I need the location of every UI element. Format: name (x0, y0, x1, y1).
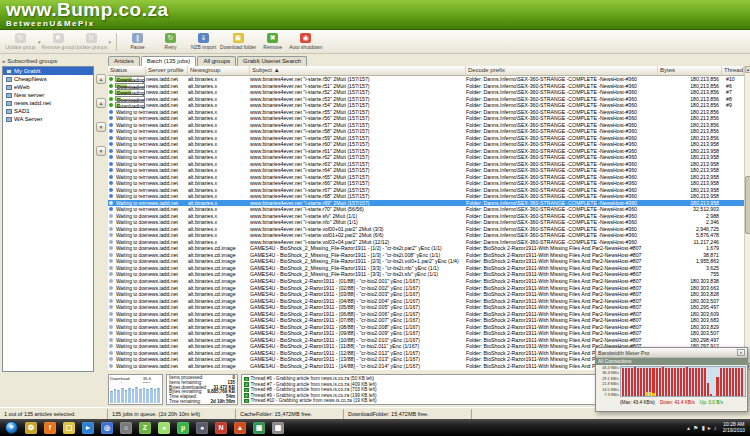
auto-shutdown-button[interactable]: ◉ Auto shutdown (289, 31, 322, 53)
column-header[interactable]: Thread (722, 66, 744, 75)
bandwidth-bar (631, 368, 633, 396)
status-icon (109, 168, 113, 172)
bandwidth-meter-titlebar[interactable]: Bandwidth Meter Pro ✕ (596, 348, 747, 358)
bandwidth-bar (729, 368, 731, 396)
dropdown-arrow-icon[interactable]: ▾ (38, 39, 41, 45)
status-text: Waiting to retry (115, 149, 146, 154)
shopping-cart-icon[interactable]: ⌂ (120, 422, 132, 434)
move-to-bottom-button[interactable]: ▼ (96, 146, 106, 156)
tab[interactable]: Articles (108, 56, 140, 66)
sphere-icon[interactable]: ● (196, 422, 208, 434)
pill-icon[interactable]: ● (158, 422, 170, 434)
nzb-import-button[interactable]: ⇓ NZB import (187, 31, 220, 53)
server-icon (6, 101, 12, 106)
status-text: Waiting to retry (115, 201, 146, 206)
progress-bar: Waiting to download (115, 271, 146, 277)
update-group-button[interactable]: ↻ Update group (4, 31, 37, 53)
move-up-button[interactable]: ▲ (96, 98, 106, 108)
tab[interactable]: All groups (197, 56, 236, 66)
messenger-icon[interactable]: ▣ (253, 422, 265, 434)
server-tree-item[interactable]: eWeb (3, 83, 93, 91)
status-cell: Waiting to download (108, 363, 146, 370)
remove-button[interactable]: ✖ Remove (256, 31, 289, 53)
pause-button[interactable]: ∥ Pause (121, 31, 154, 53)
status-text: Waiting to retry (115, 123, 146, 128)
firefox-icon[interactable]: f (44, 422, 56, 434)
status-bar-segment: CacheFolder: 15,472MB free. (236, 409, 344, 419)
column-label: Bytes (660, 67, 675, 73)
progress-bar: Waiting to download (115, 239, 146, 245)
update-groups-button[interactable]: ↻ Update groups (75, 31, 108, 53)
status-bar-segment: 135 jobs in queue. (2d 20h 10m left) (108, 409, 236, 419)
progress-bar: Waiting to retry (115, 135, 146, 141)
dropdown-arrow-icon[interactable]: ▾ (109, 39, 112, 45)
vlc-icon[interactable]: ▲ (234, 422, 246, 434)
nero-icon[interactable]: N (215, 422, 227, 434)
column-header[interactable]: Server profile (146, 66, 188, 75)
server-tree-item[interactable]: My GrabIt (3, 67, 93, 75)
server-tree-item[interactable]: SAD1 (3, 107, 93, 115)
retry-button[interactable]: ↻ Retry (154, 31, 187, 53)
bandwidth-bar (698, 368, 700, 396)
subscribed-groups-header: « Subscribed groups (2, 56, 94, 65)
volume-icon[interactable]: ♪ (714, 422, 717, 434)
remove-group-button[interactable]: ✖ Remove group (42, 31, 75, 53)
network-flag-icon[interactable]: ⚑ (693, 422, 698, 434)
status-icon (109, 266, 113, 270)
status-icon (109, 331, 113, 335)
globe-icon[interactable]: ◎ (101, 422, 113, 434)
status-icon (109, 227, 113, 231)
status-icon (109, 364, 113, 368)
status-icon (109, 240, 113, 244)
show-hidden-icons[interactable]: ▴ (687, 422, 690, 434)
column-header[interactable]: Bytes (658, 66, 722, 75)
bandwidth-meter-window[interactable]: Bandwidth Meter Pro ✕ All Connections 43… (595, 347, 748, 412)
table-scrollbar[interactable]: ▲ ▼ (744, 66, 750, 370)
progress-bar: Waiting to download (115, 330, 146, 336)
download-folder-button[interactable]: ▣ Download folder (220, 31, 256, 53)
move-down-button[interactable]: ▼ (96, 122, 106, 132)
image-viewer-icon[interactable]: ▦ (272, 422, 284, 434)
close-icon[interactable]: ✕ (737, 349, 745, 356)
main-toolbar: ↻ Update group ▾ ✖ Remove group ↻ Update… (0, 30, 750, 54)
status-icon (109, 272, 113, 276)
column-header[interactable]: Subject ▲ (250, 66, 466, 75)
taskbar-clock[interactable]: 10:28 AM 2/19/2010 (720, 422, 745, 434)
bandwidth-bar (662, 367, 664, 396)
status-text: Waiting to download (115, 364, 146, 369)
utorrent-icon[interactable]: µ (177, 422, 189, 434)
status-icon (109, 253, 113, 257)
start-button[interactable]: ❖ (5, 421, 18, 434)
server-tree-item[interactable]: New server (3, 91, 93, 99)
server-tree-item[interactable]: CheapNews (3, 75, 93, 83)
bwmeter-bars (620, 366, 746, 397)
zend-icon[interactable]: Z (139, 422, 151, 434)
progress-bar: Waiting to download (115, 213, 146, 219)
column-header[interactable]: Status (108, 66, 146, 75)
arrow-icon: ▲ (99, 100, 104, 106)
server-tree-item[interactable]: news.iadd.net (3, 99, 93, 107)
status-text: Waiting to download (115, 286, 146, 291)
scroll-up-arrow[interactable]: ▲ (745, 66, 750, 73)
media-player-icon[interactable]: ► (82, 422, 94, 434)
axis-tick-label: 21.8 KB/s (597, 382, 619, 386)
tab[interactable]: GrabIt Usenet Search (237, 56, 307, 66)
colors-app-icon[interactable]: ❂ (25, 422, 37, 434)
bandwidth-bar (680, 368, 682, 396)
bandwidth-tray-icon[interactable]: ▮ (701, 422, 704, 434)
move-to-top-button[interactable]: ▲ (96, 74, 106, 84)
scrollbar-thumb[interactable] (745, 176, 750, 234)
eject-icon[interactable]: ▸ (708, 422, 711, 434)
column-header[interactable]: Decode prefix (466, 66, 658, 75)
download-speed-graph (110, 383, 161, 403)
status-text: Waiting to download (115, 272, 146, 277)
status-text: Waiting to download (115, 299, 146, 304)
bandwidth-bar (622, 368, 624, 396)
column-header[interactable]: Newsgroup (188, 66, 250, 75)
explorer-folder-icon[interactable]: ▢ (63, 422, 75, 434)
column-label: Thread (724, 67, 743, 73)
status-text: Waiting to download (115, 312, 146, 317)
bandwidth-bar (735, 368, 737, 396)
server-tree-item[interactable]: WA Server (3, 115, 93, 123)
collapse-icon[interactable]: « (2, 58, 5, 64)
